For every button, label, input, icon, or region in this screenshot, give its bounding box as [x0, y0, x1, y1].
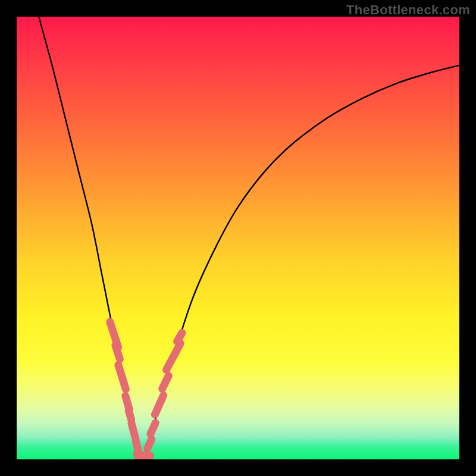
chart-frame: TheBottleneck.com	[0, 0, 476, 476]
curve-layer	[17, 17, 459, 459]
curve-marker	[145, 418, 160, 439]
curve-marker	[111, 340, 125, 364]
curve-markers	[105, 317, 187, 459]
plot-area	[17, 17, 459, 459]
curve-marker	[150, 390, 169, 419]
curve-marker	[172, 328, 187, 347]
bottleneck-curve	[39, 17, 459, 458]
curve-marker	[157, 371, 174, 394]
curve-marker	[161, 338, 186, 375]
curve-marker	[114, 360, 131, 394]
watermark-text: TheBottleneck.com	[346, 2, 470, 18]
